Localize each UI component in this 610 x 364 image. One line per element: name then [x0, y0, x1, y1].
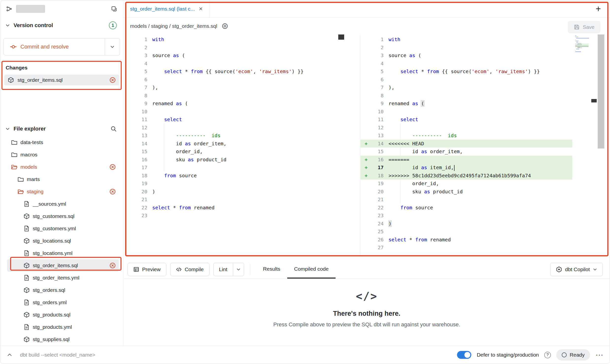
compile-button[interactable]: Compile [170, 263, 209, 276]
tree-item-stg_customers.sql[interactable]: stg_customers.sql [7, 210, 119, 222]
code-line[interactable]: 27 [360, 244, 572, 252]
code-line[interactable]: 1with [360, 35, 572, 44]
tree-item-stg_locations.sql[interactable]: stg_locations.sql [7, 235, 119, 247]
tree-item-stg_order_items.yml[interactable]: stg_order_items.yml [7, 272, 119, 284]
tree-item-data-tests[interactable]: data-tests [7, 136, 119, 149]
code-line[interactable]: 20 sku as product_id [360, 188, 572, 196]
code-line[interactable]: +16======= [360, 156, 572, 164]
code-line[interactable]: 11 select [360, 116, 572, 124]
code-line[interactable]: 15 order_id, [125, 148, 344, 156]
discard-change-icon[interactable] [109, 77, 116, 83]
code-line[interactable]: 3source as ( [125, 51, 344, 60]
code-line[interactable]: 24) [360, 220, 572, 228]
code-line[interactable]: 22 from source [360, 204, 572, 212]
tab-results[interactable]: Results [256, 260, 287, 279]
chevron-up-icon[interactable] [7, 352, 13, 358]
code-line[interactable]: 2 [360, 44, 572, 52]
tree-item-__sources.yml[interactable]: __sources.yml [7, 198, 119, 210]
code-line[interactable]: 15 id as order_item, [360, 148, 572, 156]
code-line[interactable]: 23 [125, 212, 344, 220]
editor-pane-original[interactable]: 1with23source as (45 select * from {{ so… [125, 34, 344, 257]
code-line[interactable]: 13 ---------- ids [360, 132, 572, 140]
code-line[interactable]: 14 id as order_item, [125, 140, 344, 148]
tree-item-stg_locations.yml[interactable]: stg_locations.yml [7, 247, 119, 259]
code-line[interactable]: 21 [125, 196, 344, 204]
tree-item-models[interactable]: models [7, 161, 119, 173]
tree-item-stg_supplies.sql[interactable]: stg_supplies.sql [7, 333, 119, 346]
tree-item-stg_order_items.sql[interactable]: stg_order_items.sql [7, 259, 119, 272]
code-line[interactable]: +14<<<<<<< HEAD [360, 140, 572, 148]
code-line[interactable]: 4 [125, 60, 344, 68]
version-control-header[interactable]: Version control 1 [0, 17, 123, 33]
tab-stg-order-items[interactable]: stg_order_items.sql (last c... ✕ [124, 0, 209, 17]
tree-item-stg_customers.yml[interactable]: stg_customers.yml [7, 222, 119, 235]
command-input[interactable]: dbt build --select <model_name> [20, 352, 95, 358]
tree-item-stg_orders.sql[interactable]: stg_orders.sql [7, 284, 119, 296]
code-line[interactable]: 13 ---------- ids [125, 132, 344, 140]
editor-scrollbar[interactable] [598, 34, 604, 149]
tree-item-stg_products.yml[interactable]: stg_products.yml [7, 321, 119, 333]
code-line[interactable]: 7), [360, 83, 572, 92]
dbt-copilot-button[interactable]: dbt Copilot [550, 263, 603, 276]
code-line[interactable]: 5 select * from {{ source('ecom', 'raw_i… [125, 67, 344, 76]
code-line[interactable]: 7), [125, 83, 344, 92]
workflow-icon[interactable] [6, 6, 12, 12]
code-line[interactable]: 18 from source [125, 172, 344, 180]
tree-item-stg_orders.yml[interactable]: stg_orders.yml [7, 296, 119, 309]
code-line[interactable]: 11 select [125, 116, 344, 124]
code-line[interactable]: 17 [125, 164, 344, 172]
code-line[interactable]: 10 [360, 108, 572, 116]
code-line[interactable]: 5 select * from {{ source('ecom', 'raw_i… [360, 67, 572, 76]
file-explorer-header[interactable]: File explorer [0, 121, 123, 136]
code-line[interactable]: 9renamed as ( [360, 99, 572, 108]
close-tab-icon[interactable]: ✕ [199, 6, 203, 12]
defer-toggle[interactable] [457, 351, 471, 359]
code-line[interactable]: 4 [360, 60, 572, 68]
code-line[interactable]: 12 [125, 124, 344, 132]
search-icon[interactable] [110, 126, 117, 132]
code-line[interactable]: 12 [360, 124, 572, 132]
code-line[interactable]: 19 order_id, [360, 180, 572, 188]
tree-item-staging[interactable]: staging [7, 185, 119, 198]
tree-item-marts[interactable]: marts [7, 173, 119, 185]
commit-options-button[interactable] [105, 38, 120, 55]
preview-button[interactable]: Preview [128, 263, 166, 276]
discard-change-icon[interactable] [109, 262, 116, 269]
code-line[interactable]: 1with [125, 35, 344, 44]
code-line[interactable]: +18>>>>>>> 58c1dd23d5eebd9cd2495fa7124ab… [360, 172, 572, 180]
code-line[interactable]: 10 [125, 108, 344, 116]
lint-button[interactable]: Lint [213, 263, 233, 276]
code-line[interactable]: 20) [125, 188, 344, 196]
tab-compiled-code[interactable]: Compiled code [287, 260, 336, 279]
code-line[interactable]: 8 [125, 92, 344, 100]
help-icon[interactable]: ? [544, 352, 551, 358]
code-line[interactable]: 19 [125, 180, 344, 188]
code-line[interactable]: 16 sku as product_id [125, 156, 344, 164]
code-line[interactable]: 6 [360, 76, 572, 84]
lint-options-button[interactable] [233, 263, 244, 276]
commit-and-resolve-button[interactable]: Commit and resolve [3, 38, 105, 55]
tree-item-macros[interactable]: macros [7, 149, 119, 161]
new-tab-button[interactable]: + [596, 4, 601, 13]
code-line[interactable]: 21 [360, 196, 572, 204]
code-line[interactable]: +17 id as item_id, [360, 164, 572, 172]
code-line[interactable]: 25 [360, 228, 572, 236]
tree-item-stg_products.sql[interactable]: stg_products.sql [7, 309, 119, 321]
code-line[interactable]: 6 [125, 76, 344, 84]
code-line[interactable]: 26select * from renamed [360, 236, 572, 244]
discard-change-icon[interactable] [109, 188, 116, 195]
more-options-button[interactable]: ⋯ [595, 351, 603, 359]
code-line[interactable]: 22select * from renamed [125, 204, 344, 212]
code-line[interactable]: 8 [360, 92, 572, 100]
code-line[interactable]: 3source as ( [360, 51, 572, 60]
code-line[interactable]: 9renamed as ( [125, 99, 344, 108]
copy-icon[interactable] [111, 6, 117, 12]
minimap[interactable] [575, 35, 589, 53]
code-line[interactable]: 2 [125, 44, 344, 52]
discard-change-icon[interactable] [109, 164, 116, 170]
diff-editor[interactable]: 1with23source as (45 select * from {{ so… [124, 34, 610, 257]
changed-file-stg_order_items.sql[interactable]: stg_order_items.sql [4, 75, 119, 85]
target-icon[interactable] [222, 23, 228, 29]
code-line[interactable]: 23 [360, 212, 572, 220]
editor-pane-modified[interactable]: 1with23source as (45 select * from {{ so… [360, 34, 572, 257]
